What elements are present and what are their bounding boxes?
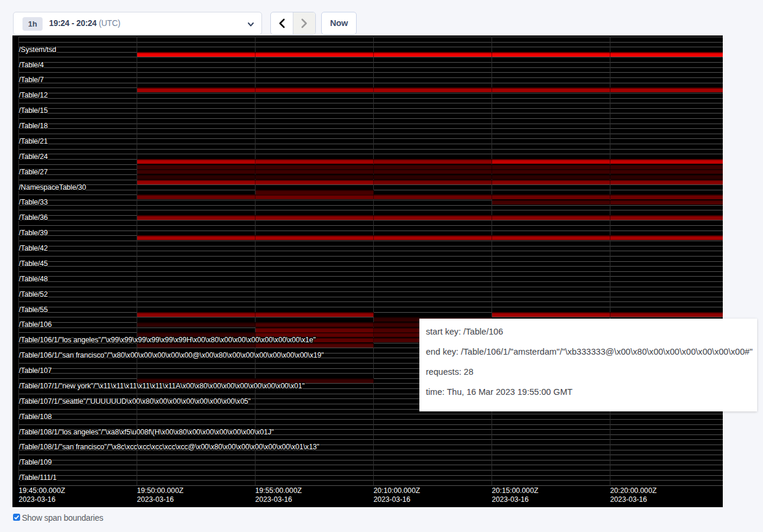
- svg-text:20:10:00.000Z: 20:10:00.000Z: [374, 486, 421, 495]
- svg-text:/Table/108/1/"san francisco"/": /Table/108/1/"san francisco"/"\x8c\xcc\x…: [19, 443, 319, 451]
- svg-text:/Table/52: /Table/52: [19, 290, 48, 299]
- svg-text:/Table/18: /Table/18: [19, 122, 48, 130]
- svg-text:2023-03-16: 2023-03-16: [610, 495, 648, 504]
- svg-text:/Table/7: /Table/7: [19, 76, 44, 84]
- svg-text:/Table/106/1/"los angeles"/"\x: /Table/106/1/"los angeles"/"\x99\x99\x99…: [19, 336, 316, 344]
- svg-text:/Table/108/1/"los angeles"/"\x: /Table/108/1/"los angeles"/"\xa8\xf5\u00…: [19, 428, 274, 436]
- svg-text:2023-03-16: 2023-03-16: [374, 495, 411, 504]
- svg-text:2023-03-16: 2023-03-16: [137, 495, 174, 504]
- svg-text:/Table/108: /Table/108: [19, 413, 52, 421]
- svg-text:/Table/107: /Table/107: [19, 366, 52, 375]
- svg-text:/Table/107/1/"seattle"/"UUUUUU: /Table/107/1/"seattle"/"UUUUUUD\x00\x80\…: [19, 397, 251, 406]
- svg-text:/Table/106: /Table/106: [19, 320, 52, 329]
- svg-text:/Table/33: /Table/33: [19, 198, 48, 206]
- svg-text:2023-03-16: 2023-03-16: [492, 495, 529, 504]
- svg-text:2023-03-16: 2023-03-16: [19, 495, 56, 504]
- svg-text:/Table/111/1: /Table/111/1: [19, 473, 57, 482]
- svg-text:/Table/42: /Table/42: [19, 244, 48, 252]
- svg-text:/Table/107/1/"new york"/"\x11\: /Table/107/1/"new york"/"\x11\x11\x11\x1…: [19, 382, 305, 390]
- svg-text:/Table/48: /Table/48: [19, 275, 48, 283]
- svg-text:/Table/36: /Table/36: [19, 213, 48, 222]
- svg-text:19:50:00.000Z: 19:50:00.000Z: [137, 486, 184, 495]
- svg-text:19:45:00.000Z: 19:45:00.000Z: [19, 486, 66, 495]
- svg-text:/Table/39: /Table/39: [19, 229, 48, 237]
- svg-text:/Table/106/1/"san francisco"/": /Table/106/1/"san francisco"/"\x80\x00\x…: [19, 351, 324, 359]
- svg-text:/Table/55: /Table/55: [19, 306, 48, 314]
- svg-text:19:55:00.000Z: 19:55:00.000Z: [256, 486, 302, 495]
- svg-text:/Table/109: /Table/109: [19, 458, 52, 466]
- svg-text:20:15:00.000Z: 20:15:00.000Z: [492, 486, 539, 495]
- svg-text:/Table/15: /Table/15: [19, 106, 48, 115]
- svg-text:/Table/21: /Table/21: [19, 137, 48, 145]
- svg-text:/Table/27: /Table/27: [19, 168, 48, 176]
- svg-text:/Table/45: /Table/45: [19, 259, 48, 268]
- svg-text:/Table/4: /Table/4: [19, 61, 44, 69]
- svg-text:/Table/24: /Table/24: [19, 153, 48, 161]
- svg-text:/System/tsd: /System/tsd: [19, 46, 56, 54]
- svg-text:2023-03-16: 2023-03-16: [256, 495, 293, 504]
- svg-text:/Table/12: /Table/12: [19, 91, 48, 99]
- svg-text:20:20:00.000Z: 20:20:00.000Z: [610, 486, 657, 495]
- svg-text:/NamespaceTable/30: /NamespaceTable/30: [19, 183, 86, 192]
